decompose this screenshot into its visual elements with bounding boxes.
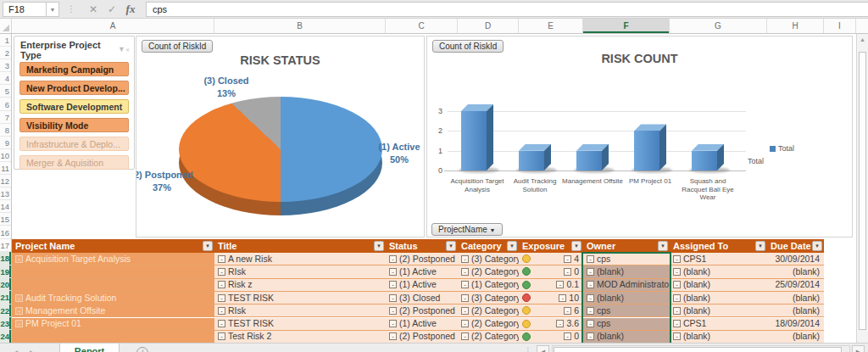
collapse-icon[interactable]: - — [564, 268, 571, 276]
cell-category[interactable]: -(2) Category2 — [458, 265, 519, 278]
row-header-17[interactable]: 17 — [0, 239, 11, 252]
row-header-18[interactable]: 18 — [0, 252, 11, 265]
cell-title[interactable]: -RIsk — [214, 265, 386, 278]
cell-project-name[interactable] — [12, 279, 214, 292]
slicer-item[interactable]: Infrastructure & Deplo... — [19, 137, 129, 151]
cell-owner[interactable]: -(blank) — [583, 265, 670, 278]
collapse-icon[interactable]: - — [461, 332, 469, 340]
column-header-H[interactable]: H — [767, 19, 824, 33]
collapse-icon[interactable]: - — [559, 294, 566, 302]
collapse-icon[interactable]: - — [389, 268, 397, 276]
collapse-icon[interactable]: - — [461, 268, 469, 276]
pivot-field-button-count-of-riskid[interactable]: Count of RiskId — [142, 40, 213, 53]
row-header-24[interactable]: 24 — [0, 330, 11, 343]
cell-category[interactable]: -(2) Category2 — [458, 305, 519, 317]
row-header-4[interactable]: 4 — [0, 72, 11, 85]
filter-dropdown-icon[interactable]: ▼ — [446, 241, 456, 251]
cell-assigned-to[interactable]: -(blank) — [670, 279, 767, 292]
collapse-icon[interactable]: - — [587, 320, 594, 327]
collapse-icon[interactable]: - — [673, 281, 681, 288]
cell-assigned-to[interactable]: -(blank) — [670, 265, 767, 278]
cell-category[interactable]: -(3) Category3 — [458, 292, 519, 305]
cancel-formula-icon[interactable]: ✕ — [84, 3, 103, 15]
enter-formula-icon[interactable]: ✓ — [103, 3, 121, 15]
pivot-field-button-count-of-riskid[interactable]: Count of RiskId — [432, 40, 504, 53]
row-header-13[interactable]: 13 — [0, 187, 11, 200]
row-header-9[interactable]: 9 — [0, 137, 11, 149]
name-box[interactable]: F18 — [3, 2, 47, 17]
row-header-16[interactable]: 16 — [0, 226, 11, 239]
row-header-15[interactable]: 15 — [0, 213, 11, 226]
collapse-icon[interactable]: - — [389, 294, 397, 302]
cell-assigned-to[interactable]: -(blank) — [670, 305, 767, 317]
collapse-icon[interactable]: - — [218, 294, 225, 302]
collapse-icon[interactable]: - — [461, 307, 469, 315]
cell-title[interactable]: -Test Risk 2 — [214, 331, 386, 343]
cell-status[interactable]: -(2) Postponed — [386, 253, 458, 265]
collapse-icon[interactable]: - — [564, 255, 571, 263]
collapse-icon[interactable]: - — [389, 332, 397, 340]
scroll-right-icon[interactable]: ▶ — [852, 345, 865, 352]
insert-function-icon[interactable]: fx — [121, 3, 140, 16]
cell-project-name[interactable]: -PM Project 01 — [12, 318, 214, 331]
collapse-icon[interactable]: - — [218, 307, 225, 315]
collapse-icon[interactable]: - — [673, 307, 681, 315]
collapse-icon[interactable]: - — [587, 268, 594, 276]
cell-exposure[interactable]: -0.1 — [519, 279, 583, 292]
cell-owner[interactable]: -(blank) — [583, 331, 670, 343]
collapse-icon[interactable]: - — [218, 268, 225, 276]
row-header-3[interactable]: 3 — [0, 59, 11, 72]
cell-due-date[interactable]: 30/09/2014 — [767, 253, 824, 265]
collapse-icon[interactable]: - — [15, 320, 23, 327]
cell-due-date[interactable]: (blank) — [767, 331, 824, 343]
cell-category[interactable]: -(2) Category2 — [458, 318, 519, 331]
collapse-icon[interactable]: - — [389, 320, 397, 327]
collapse-icon[interactable]: - — [564, 307, 571, 315]
cell-status[interactable]: -(2) Postponed — [386, 305, 458, 317]
cell-status[interactable]: -(2) Postponed — [386, 331, 458, 343]
collapse-icon[interactable]: - — [556, 320, 564, 327]
collapse-icon[interactable]: - — [673, 255, 681, 263]
cell-status[interactable]: -(1) Active — [386, 318, 458, 331]
cell-exposure[interactable]: -4 — [519, 253, 583, 265]
cell-due-date[interactable]: (blank) — [767, 265, 824, 278]
clear-filter-icon[interactable] — [118, 45, 129, 55]
collapse-icon[interactable]: - — [218, 332, 225, 340]
filter-dropdown-icon[interactable]: ▼ — [507, 241, 517, 251]
cell-status[interactable]: -(1) Active — [386, 279, 458, 292]
cell-owner[interactable]: -MOD Administrator — [583, 279, 670, 292]
filter-dropdown-icon[interactable]: ▼ — [374, 241, 384, 251]
row-header-22[interactable]: 22 — [0, 305, 11, 317]
collapse-icon[interactable]: - — [673, 294, 681, 302]
vertical-scrollbar[interactable]: ▲ — [856, 34, 868, 343]
collapse-icon[interactable]: - — [218, 320, 225, 327]
row-header-8[interactable]: 8 — [0, 124, 11, 137]
cell-exposure[interactable]: -0 — [519, 265, 583, 278]
column-header-E[interactable]: E — [519, 19, 583, 33]
new-sheet-icon[interactable]: + — [136, 347, 148, 352]
cell-exposure[interactable]: -10 — [519, 292, 583, 305]
name-box-caret-icon[interactable]: ▼ — [47, 2, 59, 17]
table-header-project-name[interactable]: Project Name — [12, 239, 214, 253]
filter-dropdown-icon[interactable]: ▼ — [658, 241, 668, 251]
horizontal-scroll-thumb[interactable] — [554, 347, 842, 352]
filter-dropdown-icon[interactable]: ▼ — [812, 241, 822, 251]
collapse-icon[interactable]: - — [15, 307, 23, 315]
collapse-icon[interactable]: - — [15, 294, 23, 302]
collapse-icon[interactable]: - — [673, 320, 681, 327]
cell-due-date[interactable]: (blank) — [767, 305, 824, 317]
cell-project-name[interactable] — [12, 265, 214, 278]
table-header-owner[interactable]: Owner — [583, 239, 670, 253]
scroll-left-icon[interactable]: ◀ — [537, 345, 549, 352]
cell-assigned-to[interactable]: -(blank) — [670, 331, 767, 343]
collapse-icon[interactable]: - — [389, 307, 397, 315]
collapse-icon[interactable]: - — [461, 294, 469, 302]
row-header-1[interactable]: 1 — [0, 34, 11, 47]
cell-title[interactable]: -TEST RISK — [214, 292, 386, 305]
collapse-icon[interactable]: - — [389, 255, 397, 263]
cell-title[interactable]: -A new Risk — [214, 253, 386, 265]
cell-category[interactable]: -(2) Category2 — [458, 331, 519, 343]
column-header-A[interactable]: A — [12, 19, 214, 33]
cell-due-date[interactable]: 25/09/2014 — [767, 279, 824, 292]
cell-owner[interactable]: -(blank) — [583, 292, 670, 305]
